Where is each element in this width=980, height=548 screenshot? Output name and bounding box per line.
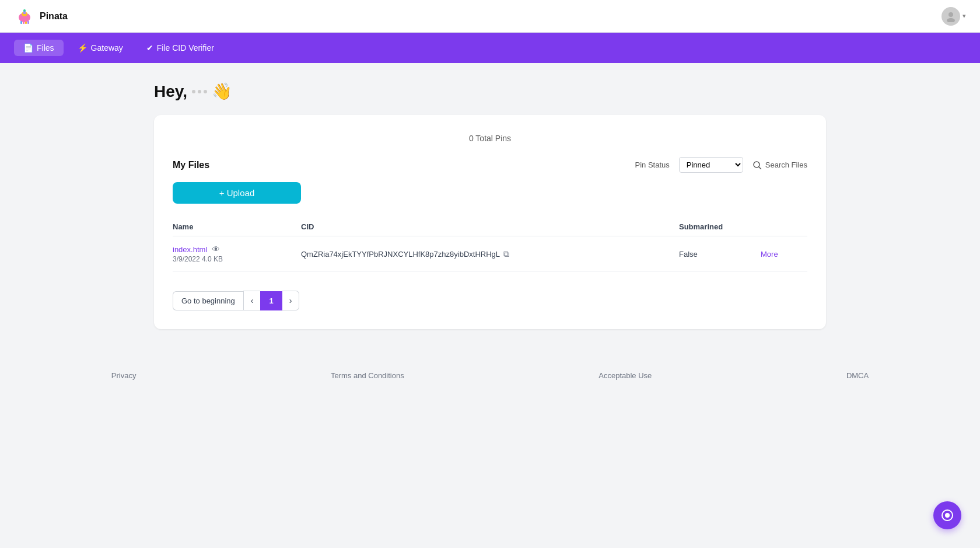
main-nav: 📄 Files ⚡ Gateway ✔ File CID Verifier <box>0 33 980 63</box>
nav-item-gateway[interactable]: ⚡ Gateway <box>68 40 132 56</box>
eye-icon[interactable]: 👁 <box>212 245 220 254</box>
action-cell: More <box>761 236 807 272</box>
go-to-beginning-button[interactable]: Go to beginning <box>173 291 243 310</box>
pin-status-label: Pin Status <box>635 160 669 169</box>
svg-point-4 <box>23 9 26 12</box>
logo-icon <box>14 6 35 27</box>
file-meta: 3/9/2022 4.0 KB <box>173 255 301 263</box>
user-menu[interactable]: ▾ <box>942 7 966 26</box>
greeting-emoji: 👋 <box>212 82 232 101</box>
chevron-down-icon: ▾ <box>963 12 966 20</box>
footer-acceptable-use[interactable]: Acceptable Use <box>598 371 652 380</box>
footer: Privacy Terms and Conditions Acceptable … <box>0 357 980 394</box>
upload-button[interactable]: + Upload <box>173 182 301 204</box>
dot-3 <box>204 90 207 93</box>
app-name: Pinata <box>40 11 68 22</box>
logo[interactable]: Pinata <box>14 6 68 27</box>
greeting-dots <box>192 90 207 93</box>
nav-label-gateway: Gateway <box>91 43 123 53</box>
files-header: My Files Pin Status Pinned Unpinned All … <box>173 157 807 173</box>
submarined-cell: False <box>679 236 761 272</box>
nav-item-files[interactable]: 📄 Files <box>14 40 64 56</box>
nav-label-files: Files <box>37 43 54 53</box>
file-name-link[interactable]: index.html <box>173 245 207 254</box>
total-pins: 0 Total Pins <box>173 134 807 143</box>
footer-privacy[interactable]: Privacy <box>111 371 136 380</box>
search-icon <box>752 160 762 170</box>
greeting: Hey, 👋 <box>154 82 826 101</box>
footer-dmca[interactable]: DMCA <box>846 371 869 380</box>
col-submarined: Submarined <box>679 218 761 236</box>
pagination: Go to beginning ‹ 1 › <box>173 291 807 310</box>
app-header: Pinata ▾ <box>0 0 980 33</box>
svg-line-12 <box>759 167 761 169</box>
dot-2 <box>198 90 201 93</box>
copy-icon[interactable]: ⧉ <box>503 249 509 259</box>
avatar <box>942 7 960 26</box>
svg-rect-8 <box>27 21 29 24</box>
svg-rect-5 <box>20 21 22 24</box>
svg-rect-7 <box>25 22 27 24</box>
svg-point-9 <box>949 12 953 17</box>
search-files-button[interactable]: Search Files <box>752 160 807 170</box>
table-row: index.html 👁 3/9/2022 4.0 KB QmZRia74xjE… <box>173 236 807 272</box>
files-table-body: index.html 👁 3/9/2022 4.0 KB QmZRia74xjE… <box>173 236 807 272</box>
dot-1 <box>192 90 195 93</box>
pin-status-select[interactable]: Pinned Unpinned All <box>679 157 743 173</box>
cid-value: QmZRia74xjEkTYYfPbRJNXCYLHfK8p7zhz8yibDx… <box>301 250 500 259</box>
pagination-current-page[interactable]: 1 <box>260 291 282 310</box>
fab-button[interactable] <box>933 501 961 529</box>
verifier-icon: ✔ <box>146 43 153 53</box>
upload-label: + Upload <box>219 188 254 198</box>
greeting-text: Hey, <box>154 82 187 101</box>
col-cid: CID <box>301 218 679 236</box>
files-table: Name CID Submarined index.html 👁 3/9/202… <box>173 218 807 272</box>
cid-cell: QmZRia74xjEkTYYfPbRJNXCYLHfK8p7zhz8yibDx… <box>301 236 679 272</box>
files-title: My Files <box>173 160 209 170</box>
footer-terms[interactable]: Terms and Conditions <box>331 371 404 380</box>
chevron-left-icon: ‹ <box>251 296 254 305</box>
nav-item-file-cid-verifier[interactable]: ✔ File CID Verifier <box>137 40 223 56</box>
files-card: 0 Total Pins My Files Pin Status Pinned … <box>154 115 826 329</box>
svg-rect-6 <box>23 22 24 24</box>
more-link[interactable]: More <box>761 250 778 259</box>
search-label: Search Files <box>765 160 807 169</box>
file-name-cell: index.html 👁 3/9/2022 4.0 KB <box>173 236 301 272</box>
files-icon: 📄 <box>23 43 33 53</box>
col-action <box>761 218 807 236</box>
chevron-right-icon: › <box>289 296 292 305</box>
pagination-prev-button[interactable]: ‹ <box>243 291 261 310</box>
svg-point-10 <box>947 18 955 22</box>
pin-icon <box>941 509 954 522</box>
pagination-next-button[interactable]: › <box>282 291 300 310</box>
nav-label-verifier: File CID Verifier <box>157 43 214 53</box>
main-content: Hey, 👋 0 Total Pins My Files Pin Status … <box>140 63 840 348</box>
col-name: Name <box>173 218 301 236</box>
gateway-icon: ⚡ <box>78 43 88 53</box>
files-controls: Pin Status Pinned Unpinned All Search Fi… <box>635 157 807 173</box>
svg-point-14 <box>945 513 950 518</box>
table-header: Name CID Submarined <box>173 218 807 236</box>
